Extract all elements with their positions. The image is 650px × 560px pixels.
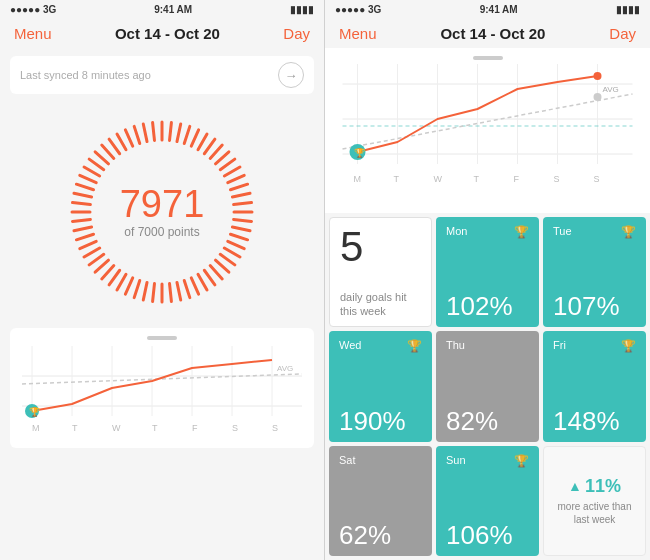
wed-trophy-icon: 🏆 [407, 339, 422, 353]
left-nav-bar: Menu Oct 14 - Oct 20 Day [0, 19, 324, 48]
svg-line-7 [95, 152, 108, 164]
progress-circle: // Will be rendered via JS below 7971 of… [62, 112, 262, 312]
svg-line-4 [80, 175, 96, 182]
svg-line-47 [143, 282, 147, 300]
svg-text:T: T [474, 174, 480, 184]
more-active-cell: ▲ 11% more active than last week [543, 446, 646, 556]
left-mini-chart: M T W T F S S 🏆 [10, 328, 314, 448]
svg-line-1 [72, 203, 90, 205]
svg-line-55 [84, 248, 100, 257]
svg-line-52 [102, 266, 114, 279]
tue-label: Tue [553, 225, 572, 237]
mon-value: 102% [446, 293, 529, 319]
right-chart-handle[interactable] [473, 56, 503, 60]
svg-line-26 [228, 175, 244, 182]
svg-line-18 [184, 126, 190, 143]
circle-sub-text: of 7000 points [120, 225, 205, 239]
right-menu-button[interactable]: Menu [339, 25, 377, 42]
sat-cell: Sat 62% [329, 446, 432, 556]
svg-text:AVG: AVG [277, 364, 293, 373]
svg-line-44 [170, 284, 172, 302]
daily-goals-cell: 5 daily goals hit this week [329, 217, 432, 327]
daily-goals-text: daily goals hit this week [340, 290, 421, 319]
svg-line-98 [343, 94, 633, 149]
svg-text:T: T [152, 423, 158, 433]
thu-cell: Thu 82% [436, 331, 539, 441]
svg-text:S: S [272, 423, 278, 433]
sat-label: Sat [339, 454, 356, 466]
svg-line-28 [232, 193, 250, 197]
svg-text:W: W [112, 423, 121, 433]
svg-line-10 [117, 134, 126, 150]
svg-line-6 [89, 159, 104, 170]
wed-cell: Wed 🏆 190% [329, 331, 432, 441]
sync-text: Last synced 8 minutes ago [20, 69, 151, 81]
more-active-pct: 11% [585, 476, 621, 497]
right-chart-svg: M T W T F S S 🏆 AVG [335, 64, 640, 194]
mon-cell: Mon 🏆 102% [436, 217, 539, 327]
svg-line-48 [134, 280, 140, 297]
left-day-button[interactable]: Day [283, 25, 310, 42]
svg-line-14 [153, 122, 155, 140]
svg-line-33 [230, 234, 247, 240]
mon-label: Mon [446, 225, 467, 237]
svg-text:F: F [514, 174, 520, 184]
fri-label: Fri [553, 339, 566, 351]
svg-line-54 [89, 254, 104, 265]
svg-line-39 [204, 270, 215, 285]
svg-line-40 [198, 274, 207, 290]
svg-line-35 [224, 248, 240, 257]
svg-line-56 [80, 241, 96, 248]
svg-text:S: S [232, 423, 238, 433]
stats-grid: 5 daily goals hit this week Mon 🏆 102% T… [325, 213, 650, 560]
svg-line-5 [84, 167, 100, 176]
svg-line-16 [170, 122, 172, 140]
right-status-bar: ●●●●● 3G 9:41 AM ▮▮▮▮ [325, 0, 650, 19]
svg-text:S: S [594, 174, 600, 184]
svg-line-58 [74, 227, 92, 231]
left-menu-button[interactable]: Menu [14, 25, 52, 42]
svg-text:S: S [554, 174, 560, 184]
mon-trophy-icon: 🏆 [514, 225, 529, 239]
svg-line-38 [210, 266, 222, 279]
right-chart-section: M T W T F S S 🏆 AVG [325, 48, 650, 213]
sun-cell: Sun 🏆 106% [436, 446, 539, 556]
right-day-button[interactable]: Day [609, 25, 636, 42]
right-signal: ●●●●● 3G [335, 4, 381, 15]
sun-label: Sun [446, 454, 466, 466]
circle-value: 7971 [120, 185, 205, 223]
left-battery: ▮▮▮▮ [290, 4, 314, 15]
svg-text:AVG: AVG [603, 85, 619, 94]
sync-arrow-button[interactable]: → [278, 62, 304, 88]
sat-value: 62% [339, 522, 422, 548]
svg-line-21 [204, 139, 215, 154]
svg-line-42 [184, 280, 190, 297]
right-nav-bar: Menu Oct 14 - Oct 20 Day [325, 19, 650, 48]
left-phone: ●●●●● 3G 9:41 AM ▮▮▮▮ Menu Oct 14 - Oct … [0, 0, 325, 560]
svg-line-22 [210, 145, 222, 158]
svg-line-3 [76, 184, 93, 190]
svg-line-37 [216, 260, 229, 272]
left-time: 9:41 AM [154, 4, 192, 15]
svg-line-57 [76, 234, 93, 240]
svg-line-49 [125, 278, 132, 294]
thu-value: 82% [446, 408, 529, 434]
svg-line-13 [143, 124, 147, 142]
svg-line-29 [234, 203, 252, 205]
chart-handle[interactable] [147, 336, 177, 340]
svg-line-51 [109, 270, 120, 285]
svg-text:T: T [72, 423, 78, 433]
svg-line-17 [177, 124, 181, 142]
svg-point-103 [594, 93, 602, 101]
tue-value: 107% [553, 293, 636, 319]
svg-text:🏆: 🏆 [29, 406, 41, 418]
svg-text:M: M [32, 423, 40, 433]
svg-line-2 [74, 193, 92, 197]
svg-line-12 [134, 126, 140, 143]
svg-text:W: W [434, 174, 443, 184]
right-phone: ●●●●● 3G 9:41 AM ▮▮▮▮ Menu Oct 14 - Oct … [325, 0, 650, 560]
svg-line-25 [224, 167, 240, 176]
svg-point-102 [594, 72, 602, 80]
svg-line-31 [234, 220, 252, 222]
fri-trophy-icon: 🏆 [621, 339, 636, 353]
